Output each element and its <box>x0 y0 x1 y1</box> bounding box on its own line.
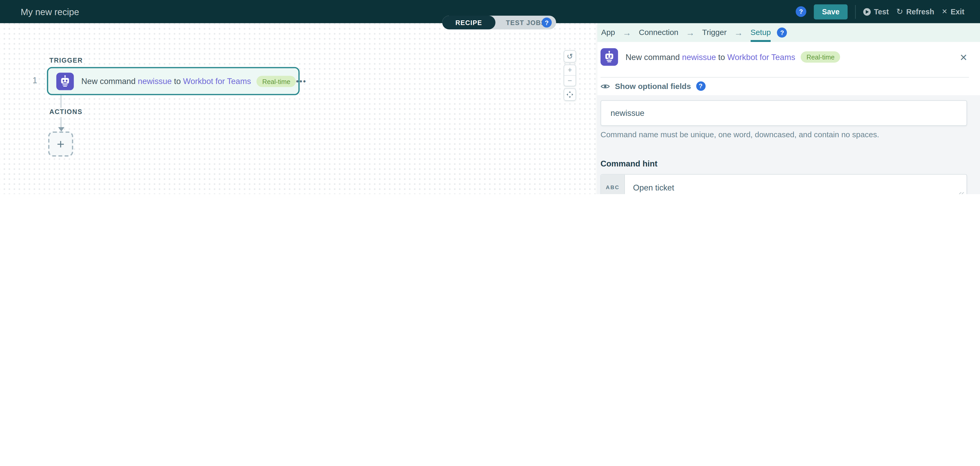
play-icon <box>863 8 871 15</box>
connector-line <box>61 95 61 108</box>
workbot-icon <box>56 72 74 90</box>
zoom-in-button[interactable]: + <box>564 65 576 76</box>
realtime-badge: Real-time <box>801 51 840 62</box>
toolbar-divider <box>855 5 856 19</box>
arrow-right-icon: → <box>734 23 743 42</box>
command-name-link[interactable]: newissue <box>138 77 172 86</box>
pan-icon <box>566 91 574 98</box>
realtime-badge: Real-time <box>257 75 296 87</box>
arrow-right-icon: → <box>623 23 632 42</box>
refresh-button[interactable]: ↻ Refresh <box>896 7 934 16</box>
divider <box>600 77 969 78</box>
setup-help-icon[interactable]: ? <box>777 28 787 38</box>
app-link[interactable]: Workbot for Teams <box>727 52 795 62</box>
help-icon[interactable]: ? <box>796 6 807 17</box>
test-button[interactable]: Test <box>863 7 889 16</box>
command-hint-field[interactable]: ABC <box>600 174 967 194</box>
arrow-down-icon <box>58 127 64 131</box>
setup-panel: App → Connection → Trigger → Setup ? <box>597 23 980 194</box>
command-name-input[interactable] <box>601 101 966 125</box>
tabs-help-icon[interactable]: ? <box>542 18 552 27</box>
optional-fields-help-icon[interactable]: ? <box>696 81 705 91</box>
add-action-button[interactable]: + <box>48 131 73 156</box>
command-hint-input[interactable] <box>625 175 966 195</box>
top-bar-actions: ? Save Test ↻ Refresh ✕ Exit <box>796 4 980 19</box>
breadcrumb: App → Connection → Trigger → Setup ? <box>597 23 980 42</box>
refresh-icon: ↻ <box>896 8 903 16</box>
command-name-helper: Command name must be unique, one word, d… <box>600 130 967 140</box>
breadcrumb-setup[interactable]: Setup <box>750 23 771 42</box>
command-hint-label: Command hint <box>600 158 967 169</box>
close-panel-icon[interactable]: ✕ <box>960 52 967 62</box>
view-toggle: RECIPE TEST JOBS <box>442 16 557 29</box>
eye-icon <box>600 83 610 89</box>
show-optional-fields-button[interactable]: Show optional fields ? <box>600 81 705 91</box>
plus-icon: + <box>57 136 64 152</box>
actions-section-label: ACTIONS <box>49 108 83 115</box>
panel-body: Command name must be unique, one word, d… <box>600 95 967 194</box>
command-name-field[interactable] <box>600 100 967 126</box>
save-button[interactable]: Save <box>814 4 848 19</box>
panel-header: New command newissue to Workbot for Team… <box>597 42 980 95</box>
undo-icon: ↺ <box>566 52 573 61</box>
panel-step-title: New command newissue to Workbot for Team… <box>625 52 795 62</box>
step-number: 1 <box>33 76 37 85</box>
breadcrumb-trigger[interactable]: Trigger <box>702 23 727 42</box>
exit-button[interactable]: ✕ Exit <box>942 7 964 16</box>
recipe-canvas: TRIGGER 1 New command newissue to Workbo… <box>0 23 597 194</box>
recipe-title: My new recipe <box>21 6 79 16</box>
breadcrumb-app[interactable]: App <box>601 23 615 42</box>
breadcrumb-connection[interactable]: Connection <box>639 23 678 42</box>
trigger-step-card[interactable]: New command newissue to Workbot for Team… <box>47 67 300 95</box>
trigger-section-label: TRIGGER <box>49 56 83 64</box>
trigger-step-title: New command newissue to Workbot for Team… <box>81 77 251 86</box>
tab-recipe[interactable]: RECIPE <box>442 16 495 29</box>
recipe-editor: My new recipe ? Save Test ↻ Refresh ✕ Ex… <box>0 0 980 194</box>
undo-button[interactable]: ↺ <box>563 50 576 62</box>
arrow-right-icon: → <box>686 23 695 42</box>
pan-button[interactable] <box>563 88 576 101</box>
close-icon: ✕ <box>942 8 947 15</box>
workbot-icon <box>600 48 618 66</box>
zoom-control: + − <box>563 64 576 86</box>
resize-handle[interactable] <box>959 192 964 194</box>
text-type-icon: ABC <box>601 175 625 195</box>
connector-line <box>61 117 61 127</box>
app-link[interactable]: Workbot for Teams <box>183 77 251 86</box>
zoom-out-button[interactable]: − <box>564 75 576 86</box>
step-menu-button[interactable]: ••• <box>296 77 307 86</box>
command-name-link[interactable]: newissue <box>682 52 716 62</box>
